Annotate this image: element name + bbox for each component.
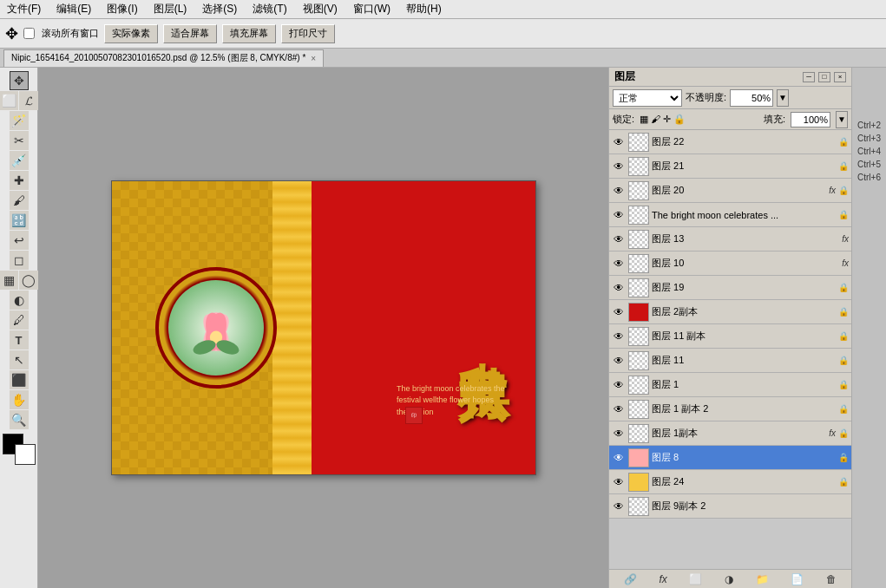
layer-visibility-icon[interactable]: 👁: [612, 160, 626, 173]
lock-image-button[interactable]: 🖌: [651, 114, 660, 125]
layer-fx-badge: fx: [842, 258, 849, 268]
new-adjustment-button[interactable]: ◑: [725, 573, 733, 585]
layer-item[interactable]: 👁图层 1副本fx🔒: [609, 421, 851, 446]
print-size-button[interactable]: 打印尺寸: [281, 24, 335, 43]
add-mask-button[interactable]: ⬜: [689, 573, 702, 585]
layer-item[interactable]: 👁图层 10fx: [609, 252, 851, 276]
move-tool[interactable]: ✥: [10, 71, 29, 90]
actual-pixels-button[interactable]: 实际像素: [104, 24, 158, 43]
lock-label: 锁定:: [613, 113, 634, 126]
menu-layer[interactable]: 图层(L): [150, 0, 191, 18]
new-group-button[interactable]: 📁: [756, 573, 769, 585]
layer-item[interactable]: 👁The bright moon celebrates ...🔒: [609, 203, 851, 227]
path-selection-tool[interactable]: ↖: [10, 350, 29, 369]
color-picker[interactable]: [3, 434, 36, 465]
gradient-tool[interactable]: ▦: [0, 271, 18, 290]
layer-name: 图层 22: [652, 135, 836, 148]
fill-screen-button[interactable]: 填充屏幕: [222, 24, 276, 43]
dodge-tool[interactable]: ◐: [10, 291, 29, 310]
blend-mode-select[interactable]: 正常: [613, 89, 682, 107]
menu-window[interactable]: 窗口(W): [350, 0, 394, 18]
pen-tool[interactable]: 🖊: [10, 310, 29, 330]
scroll-all-windows-checkbox[interactable]: [23, 28, 35, 39]
delete-layer-button[interactable]: 🗑: [826, 573, 837, 585]
layer-visibility-icon[interactable]: 👁: [612, 402, 626, 416]
menu-filter[interactable]: 滤镜(T): [249, 0, 290, 18]
layer-item[interactable]: 👁图层 24🔒: [609, 470, 851, 494]
layer-item[interactable]: 👁图层 19🔒: [609, 276, 851, 300]
layer-name: 图层 1: [652, 378, 836, 391]
lock-all-button[interactable]: 🔒: [673, 114, 686, 125]
rectangular-marquee-tool[interactable]: ⬜: [0, 91, 18, 110]
lock-position-button[interactable]: ✛: [663, 114, 671, 125]
layer-visibility-icon[interactable]: 👁: [612, 451, 626, 465]
opacity-arrow-button[interactable]: ▼: [777, 89, 789, 107]
healing-brush-tool[interactable]: ✚: [10, 171, 29, 190]
fill-input[interactable]: [791, 112, 830, 127]
layer-item[interactable]: 👁图层 11 副本🔒: [609, 324, 851, 349]
menu-help[interactable]: 帮助(H): [403, 0, 445, 18]
history-brush-tool[interactable]: ↩: [10, 231, 29, 250]
layer-visibility-icon[interactable]: 👁: [612, 330, 626, 343]
eyedropper-tool[interactable]: 💉: [10, 151, 29, 170]
fit-screen-button[interactable]: 适合屏幕: [163, 24, 217, 43]
text-tool[interactable]: T: [10, 330, 29, 350]
layer-item[interactable]: 👁图层 21🔒: [609, 154, 851, 179]
magic-wand-tool[interactable]: 🪄: [10, 111, 29, 130]
layer-item[interactable]: 👁图层 20fx🔒: [609, 179, 851, 203]
lasso-tool[interactable]: 𝓛: [19, 91, 38, 110]
chinese-title: 中秋共月: [448, 321, 518, 335]
fill-arrow-button[interactable]: ▼: [836, 111, 848, 128]
background-color[interactable]: [15, 444, 36, 465]
shape-tool[interactable]: ⬛: [10, 370, 29, 389]
tab-close-button[interactable]: ×: [311, 54, 316, 63]
zoom-tool[interactable]: 🔍: [10, 410, 29, 429]
menu-image[interactable]: 图像(I): [103, 0, 141, 18]
panel-expand-button[interactable]: □: [818, 72, 830, 82]
link-layers-button[interactable]: 🔗: [624, 573, 637, 585]
hand-tool[interactable]: ✋: [10, 390, 29, 409]
crop-tool[interactable]: ✂: [10, 131, 29, 150]
panel-close-button[interactable]: ×: [834, 72, 846, 82]
layer-visibility-icon[interactable]: 👁: [612, 427, 626, 441]
layer-thumbnail: [628, 254, 649, 273]
menu-view[interactable]: 视图(V): [299, 0, 341, 18]
ctrl-label-2: Ctrl+2: [856, 120, 883, 131]
layer-visibility-icon[interactable]: 👁: [612, 232, 626, 246]
clone-stamp-tool[interactable]: 🔡: [10, 211, 29, 230]
layer-item[interactable]: 👁图层 2副本🔒: [609, 300, 851, 324]
document-tab[interactable]: Nipic_1654164_20100507082301016520.psd @…: [3, 49, 324, 67]
layer-item[interactable]: 👁图层 8🔒: [609, 446, 851, 470]
menu-file[interactable]: 文件(F): [3, 0, 44, 18]
blur-tool[interactable]: ◯: [19, 271, 38, 290]
layer-item[interactable]: 👁图层 22🔒: [609, 130, 851, 154]
layer-item[interactable]: 👁图层 9副本 2: [609, 494, 851, 519]
menu-edit[interactable]: 编辑(E): [53, 0, 95, 18]
opacity-input[interactable]: [730, 89, 773, 107]
layer-lock-icon: 🔒: [838, 307, 849, 317]
layer-visibility-icon[interactable]: 👁: [612, 257, 626, 271]
layer-item[interactable]: 👁图层 11🔒: [609, 349, 851, 373]
layer-visibility-icon[interactable]: 👁: [612, 184, 626, 198]
layer-lock-icon: 🔒: [838, 453, 849, 462]
layer-visibility-icon[interactable]: 👁: [612, 500, 626, 513]
layer-visibility-icon[interactable]: 👁: [612, 208, 626, 222]
lock-transparent-button[interactable]: ▦: [640, 114, 648, 125]
menu-select[interactable]: 选择(S): [199, 0, 240, 18]
add-style-button[interactable]: fx: [659, 573, 666, 585]
layer-visibility-icon[interactable]: 👁: [612, 354, 626, 368]
layer-item[interactable]: 👁图层 1 副本 2🔒: [609, 397, 851, 421]
layer-lock-icon: 🔒: [838, 356, 849, 365]
layer-name: 图层 11: [652, 354, 836, 367]
layer-visibility-icon[interactable]: 👁: [612, 378, 626, 392]
eraser-tool[interactable]: ◻: [10, 251, 29, 270]
brush-tool[interactable]: 🖌: [10, 191, 29, 210]
layer-visibility-icon[interactable]: 👁: [612, 135, 626, 149]
panel-minimize-button[interactable]: ─: [803, 72, 815, 82]
layer-visibility-icon[interactable]: 👁: [612, 475, 626, 489]
new-layer-button[interactable]: 📄: [791, 573, 804, 585]
layer-visibility-icon[interactable]: 👁: [612, 305, 626, 319]
layer-item[interactable]: 👁图层 13fx: [609, 227, 851, 252]
layer-visibility-icon[interactable]: 👁: [612, 281, 626, 295]
layer-item[interactable]: 👁图层 1🔒: [609, 373, 851, 397]
